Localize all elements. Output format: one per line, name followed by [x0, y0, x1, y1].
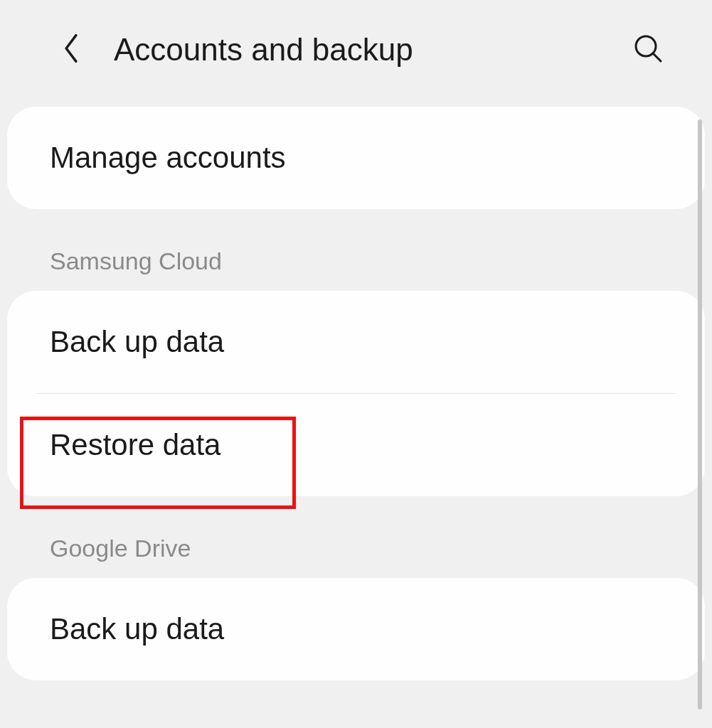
content-area: Manage accounts Samsung Cloud Back up da…	[0, 107, 712, 680]
section-header-google-drive: Google Drive	[7, 496, 705, 578]
samsung-cloud-backup-item[interactable]: Back up data	[7, 291, 705, 393]
samsung-cloud-card: Back up data Restore data	[7, 291, 705, 496]
page-title: Accounts and backup	[114, 32, 627, 68]
manage-accounts-card: Manage accounts	[7, 107, 705, 209]
svg-line-1	[654, 54, 661, 61]
section-header-samsung-cloud: Samsung Cloud	[7, 209, 705, 291]
scrollbar[interactable]	[698, 119, 702, 710]
google-drive-card: Back up data	[7, 578, 705, 680]
chevron-left-icon	[60, 32, 82, 68]
samsung-cloud-restore-item[interactable]: Restore data	[7, 394, 705, 496]
search-button[interactable]	[627, 28, 669, 71]
svg-point-0	[636, 36, 656, 56]
header-bar: Accounts and backup	[0, 0, 712, 107]
manage-accounts-item[interactable]: Manage accounts	[7, 107, 705, 209]
search-icon	[632, 33, 664, 67]
back-button[interactable]	[50, 28, 92, 71]
google-drive-backup-item[interactable]: Back up data	[7, 578, 705, 680]
